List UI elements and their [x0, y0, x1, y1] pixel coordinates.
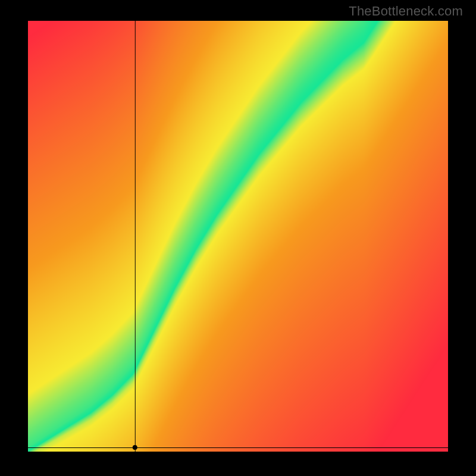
- watermark-label: TheBottleneck.com: [349, 4, 463, 19]
- bottleneck-heatmap: [28, 21, 448, 452]
- chart-frame: TheBottleneck.com: [0, 0, 476, 476]
